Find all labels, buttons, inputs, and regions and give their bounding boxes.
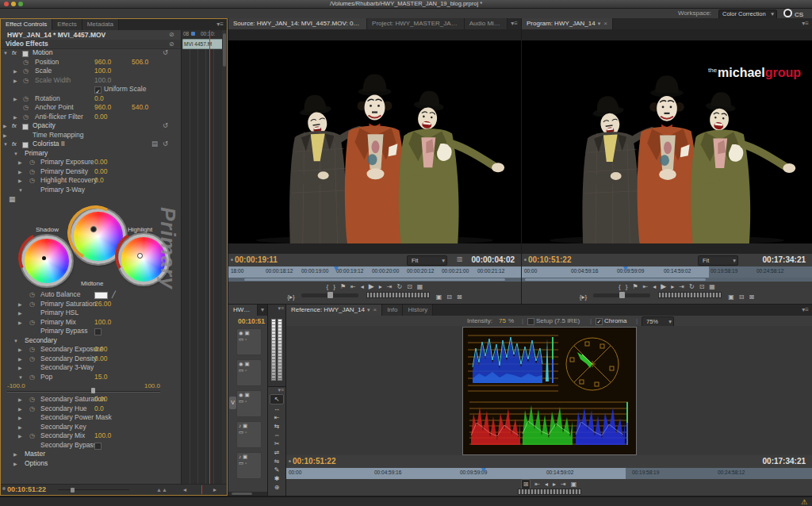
- tab-effect-controls[interactable]: Effect Controls: [1, 19, 52, 30]
- param-value[interactable]: 960.0: [94, 58, 111, 67]
- panel-menu-icon[interactable]: ▾: [258, 305, 267, 316]
- slide-tool[interactable]: ⇋: [270, 457, 284, 466]
- effect-row[interactable]: ▼fxMotion↺: [1, 48, 181, 58]
- set-in-button[interactable]: {: [619, 282, 621, 292]
- effect-row[interactable]: ▶◷Secondary Saturation0.00: [1, 395, 181, 404]
- stopwatch-icon[interactable]: ◷: [23, 67, 29, 76]
- effect-row[interactable]: ▼◷Pop15.0: [1, 373, 181, 382]
- effect-row[interactable]: ✓Uniform Scale: [1, 85, 181, 94]
- stopwatch-icon[interactable]: ◷: [23, 113, 29, 122]
- output-settings-button[interactable]: ▦: [417, 282, 423, 292]
- stopwatch-icon[interactable]: ◷: [29, 167, 35, 177]
- lift-button[interactable]: ⊟: [739, 292, 745, 302]
- safe-margins-button[interactable]: ⊡: [699, 282, 705, 292]
- close-icon[interactable]: ×: [373, 306, 377, 313]
- stopwatch-icon[interactable]: ◷: [29, 345, 35, 355]
- stopwatch-icon[interactable]: ◷: [29, 431, 35, 441]
- tab-project[interactable]: Project: HWY_MASTER_JAN_19_blog: [367, 18, 465, 29]
- effect-row[interactable]: ▶Time Remapping: [1, 131, 181, 140]
- jog-control[interactable]: [658, 292, 722, 298]
- video-track-label[interactable]: V: [229, 397, 236, 409]
- reset-effect-icon[interactable]: ↺: [163, 121, 168, 131]
- midtone-wheel-handle[interactable]: [90, 226, 97, 232]
- panel-menu-icon[interactable]: ▾≡: [799, 305, 812, 316]
- go-to-out-button[interactable]: ⇥: [387, 282, 393, 292]
- timeline-scrollbar[interactable]: [228, 492, 267, 496]
- program-scroll-thumb[interactable]: [525, 278, 706, 281]
- effect-row[interactable]: ▼Primary: [1, 149, 181, 159]
- selection-tool[interactable]: ↖: [270, 394, 284, 404]
- hand-tool[interactable]: ✱: [270, 474, 284, 483]
- export-frame-button[interactable]: ▣: [436, 292, 442, 302]
- video-track-header[interactable]: ◉ ▣▭ ◦: [236, 390, 262, 417]
- play-button[interactable]: ▶: [661, 282, 666, 292]
- setup-layout-icon[interactable]: ▤: [151, 140, 158, 149]
- scroll-left-icon[interactable]: ◂: [183, 485, 186, 495]
- lift-button[interactable]: ⊟: [446, 292, 452, 302]
- extract-button[interactable]: ⊠: [457, 292, 462, 302]
- param-value[interactable]: 506.0: [132, 58, 148, 67]
- effect-row[interactable]: ▶◷Secondary Mix100.0: [1, 431, 181, 441]
- loop-button[interactable]: ↻: [689, 282, 695, 292]
- effect-row[interactable]: ◷Auto Balance╱: [1, 290, 181, 300]
- shuttle-thumb[interactable]: [327, 292, 333, 298]
- source-ruler[interactable]: 18:0000:00:18:1200:00:19:0000:00:19:1200…: [228, 266, 521, 278]
- jog-control[interactable]: [518, 489, 581, 495]
- shuttle-thumb[interactable]: [619, 292, 625, 298]
- track-lock-icon[interactable]: ▭ ◦: [239, 429, 259, 435]
- zoom-slider[interactable]: [71, 488, 75, 493]
- param-value[interactable]: 0.0: [94, 404, 104, 414]
- stopwatch-icon[interactable]: ◷: [23, 103, 29, 113]
- param-value[interactable]: 0.0: [94, 94, 104, 104]
- video-track-header[interactable]: ◉ ▣▭ ◦: [236, 328, 262, 355]
- effect-row[interactable]: ▶Options: [1, 459, 181, 469]
- param-value[interactable]: 0.00: [94, 395, 108, 404]
- add-marker-button[interactable]: ⚑: [632, 282, 638, 292]
- param-value[interactable]: 26.00: [94, 300, 111, 309]
- param-value[interactable]: 0.00: [94, 158, 108, 167]
- stopwatch-icon[interactable]: ◷: [29, 355, 35, 364]
- go-to-in-button[interactable]: ⇤: [643, 282, 649, 292]
- step-forward-button[interactable]: ▸: [379, 282, 382, 292]
- tab-audio-mixer[interactable]: Audio Mixer: H: [465, 18, 508, 29]
- shadow-wheel-handle[interactable]: [42, 256, 46, 260]
- warning-icon[interactable]: ⚠: [801, 497, 807, 506]
- step-back-button[interactable]: ◂: [653, 282, 656, 292]
- track-lock-icon[interactable]: ▭ ◦: [239, 460, 259, 466]
- stopwatch-icon[interactable]: ◷: [23, 94, 29, 104]
- highlight-wheel-handle[interactable]: [137, 253, 143, 259]
- effect-row[interactable]: ▼fxColorista II↺▤: [1, 140, 181, 149]
- source-zoom-dropdown[interactable]: Fit▾: [407, 255, 447, 266]
- shuttle-control[interactable]: [301, 293, 358, 297]
- effect-row[interactable]: ▶◷Primary Exposure0.00: [1, 158, 181, 167]
- tab-reference[interactable]: Reference: HWY_JAN_14▾×: [286, 305, 382, 316]
- bypass-checkbox[interactable]: [94, 328, 102, 335]
- close-icon[interactable]: ×: [603, 20, 607, 27]
- toggle-effects-icon[interactable]: ⊘: [169, 40, 174, 48]
- 3way-grid-icon[interactable]: ▦: [9, 195, 16, 203]
- set-in-button[interactable]: {: [327, 282, 329, 292]
- effect-row[interactable]: ▶Master: [1, 450, 181, 459]
- set-out-button[interactable]: }: [626, 282, 628, 292]
- export-frame-button[interactable]: ▣: [728, 292, 734, 302]
- tab-history[interactable]: History: [403, 305, 433, 316]
- effect-row[interactable]: ▶◷Secondary Hue0.0: [1, 404, 181, 414]
- effect-row[interactable]: -100.0100.0: [1, 381, 181, 395]
- track-select-tool[interactable]: ↔: [270, 404, 284, 413]
- panel-menu-icon[interactable]: ▾≡: [278, 305, 284, 312]
- panel-menu-icon[interactable]: ▾≡: [213, 19, 227, 30]
- effect-row[interactable]: ▶◷Primary Saturation26.00: [1, 300, 181, 309]
- intensity-value[interactable]: 75: [499, 316, 506, 326]
- playhead[interactable]: [623, 266, 629, 277]
- monitor-options-icon[interactable]: ▥: [457, 255, 463, 263]
- razor-tool[interactable]: ✂: [270, 439, 284, 448]
- param-value[interactable]: 15.0: [94, 373, 108, 382]
- pen-tool[interactable]: ✎: [270, 466, 284, 474]
- stopwatch-icon[interactable]: ◷: [23, 76, 29, 86]
- effect-row[interactable]: ▶◷Highlight Recovery0.0: [1, 176, 181, 186]
- effect-row[interactable]: ▶Secondary Key: [1, 423, 181, 432]
- toggle-effects-icon[interactable]: ⊘: [169, 30, 174, 40]
- output-settings-button[interactable]: ▦: [709, 282, 715, 292]
- source-video[interactable]: [228, 40, 521, 243]
- rate-stretch-tool[interactable]: ⇔: [270, 431, 284, 439]
